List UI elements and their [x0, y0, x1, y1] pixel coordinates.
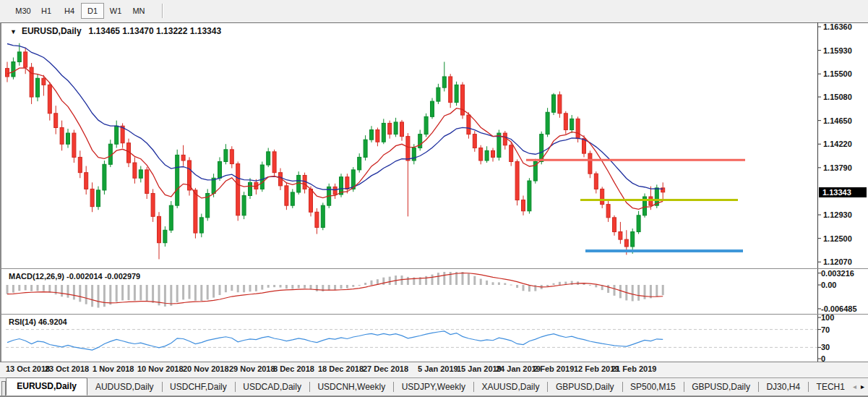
timeframe-button-m30[interactable]: M30	[12, 3, 35, 19]
time-axis-label: 18 Dec 2018	[318, 364, 364, 373]
chart-tab-sp500-m15[interactable]: SP500,M15	[622, 378, 684, 396]
chart-tab-bar: EURUSD,DailyAUDUSD,DailyUSDCHF,DailyUSDC…	[0, 377, 868, 397]
price-axis-tick: 1.12930	[823, 210, 852, 219]
timeframe-button-w1[interactable]: W1	[104, 3, 127, 19]
time-axis-label: 27 Dec 2018	[363, 364, 408, 373]
price-axis-tick: 1.15080	[823, 93, 852, 101]
time-axis-label: 29 Nov 2018	[229, 364, 275, 373]
chart-tab-usdchf-daily[interactable]: USDCHF,Daily	[162, 378, 235, 396]
rsi-indicator-label: RSI(14) 46.9204	[9, 317, 67, 326]
time-axis-label: 1 Nov 2018	[93, 364, 134, 373]
time-axis-label: 15 Jan 2019	[457, 364, 502, 373]
time-axis-label: 13 Oct 2018	[6, 364, 50, 373]
macd-axis-tick: -0.006485	[821, 304, 857, 313]
price-axis-tick: 1.14220	[823, 140, 852, 148]
time-axis-label: 21 Feb 2019	[611, 364, 656, 373]
price-axis-tick: 1.16360	[823, 22, 852, 31]
chart-tab-usdcad-daily[interactable]: USDCAD,Daily	[235, 378, 309, 396]
time-axis-label: 10 Nov 2018	[137, 364, 184, 373]
chart-symbol-label: EURUSD,Daily	[22, 26, 82, 36]
time-axis-label: 5 Jan 2019	[418, 364, 458, 373]
macd-indicator-label: MACD(12,26,9) -0.002014 -0.002979	[9, 272, 140, 281]
timeframe-button-mn[interactable]: MN	[127, 3, 150, 19]
macd-pane-splitter[interactable]	[0, 268, 868, 269]
timeframe-button-h4[interactable]: H4	[58, 3, 81, 19]
rsi-axis-tick: 30	[821, 343, 830, 351]
time-axis-label: 23 Oct 2018	[45, 364, 89, 373]
toolbar-separator	[162, 4, 163, 18]
time-axis-label: 20 Nov 2018	[183, 364, 229, 373]
price-axis-tick: 1.12500	[823, 234, 852, 243]
time-axis-label: 8 Dec 2018	[273, 364, 314, 373]
chart-tab-audusd-daily[interactable]: AUDUSD,Daily	[87, 378, 162, 396]
chart-tab-usdcnh-weekly[interactable]: USDCNH,Weekly	[309, 378, 393, 396]
chart-tab-xauusd-daily[interactable]: XAUUSD,Daily	[473, 378, 547, 396]
tab-scroll-right-icon[interactable]: ▸	[861, 383, 864, 390]
price-axis-tick: 1.13790	[823, 163, 852, 172]
chart-ohlc-values: 1.13465 1.13470 1.13222 1.13343	[89, 26, 222, 36]
chart-tab-dj30-h4[interactable]: DJ30,H4	[758, 378, 808, 396]
price-axis-border	[817, 22, 818, 362]
symbol-dropdown-icon[interactable]: ▼	[10, 28, 17, 35]
price-axis-tick: 1.12070	[823, 257, 852, 266]
chart-tab-eurusd-daily[interactable]: EURUSD,Daily	[6, 377, 87, 396]
chart-title: ▼EURUSD,Daily1.13465 1.13470 1.13222 1.1…	[10, 26, 221, 36]
macd-axis-tick: 0.00	[821, 281, 836, 289]
price-axis-tick: 1.14650	[823, 116, 852, 125]
macd-axis-tick: 0.003216	[821, 269, 854, 278]
timeframe-button-h1[interactable]: H1	[35, 3, 58, 19]
rsi-axis-tick: 100	[821, 313, 834, 322]
price-axis-tick: 1.15500	[823, 69, 852, 78]
chart-tab-gbpusd-daily[interactable]: GBPUSD,Daily	[684, 378, 758, 396]
chart-tab-tech1[interactable]: TECH1	[809, 378, 853, 396]
rsi-axis-tick: 0	[821, 354, 825, 363]
rsi-axis-tick: 70	[821, 325, 830, 334]
price-axis-tick: 1.15930	[823, 46, 852, 55]
tab-scroll-left-icon[interactable]: ◂	[853, 383, 856, 390]
current-price-badge: 1.13343	[819, 187, 867, 197]
chart-tab-usdjpy-weekly[interactable]: USDJPY,Weekly	[394, 378, 473, 396]
time-axis-label: 2 Feb 2019	[533, 364, 574, 373]
chart-tab-gbpusd-daily[interactable]: GBPUSD,Daily	[548, 378, 622, 396]
timeframe-toolbar: M30H1H4D1W1MN	[0, 0, 868, 22]
timeframe-button-d1[interactable]: D1	[81, 3, 104, 19]
chart-canvas[interactable]	[0, 0, 868, 397]
rsi-pane-splitter[interactable]	[0, 314, 868, 315]
